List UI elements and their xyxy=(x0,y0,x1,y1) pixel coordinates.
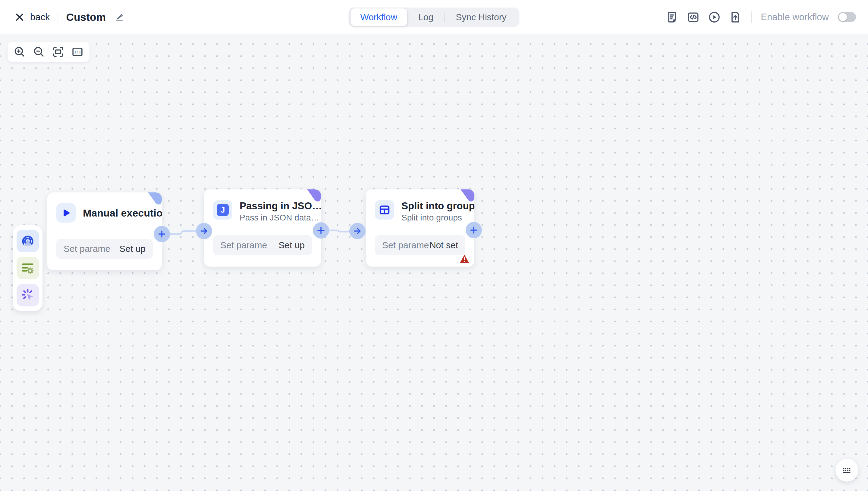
toggle-knob xyxy=(839,13,847,21)
fit-view-icon xyxy=(52,46,64,58)
workflow-canvas[interactable]: 1:1 xyxy=(0,34,868,491)
node-header: Split into groups Split into groups xyxy=(375,200,465,223)
param-label: Set parame xyxy=(64,244,110,254)
code-view-button[interactable] xyxy=(687,10,700,24)
plus-icon xyxy=(469,226,478,235)
log-icon xyxy=(665,10,679,24)
node-manual-execution[interactable]: Manual execution Set parame Set up xyxy=(47,193,162,270)
zoom-in-button[interactable] xyxy=(13,46,26,58)
add-trigger-node-button[interactable] xyxy=(17,230,39,252)
zoom-out-icon xyxy=(33,46,45,58)
node-header: J Passing in JSO… Pass in JSON data… xyxy=(213,200,312,223)
run-icon xyxy=(708,10,721,24)
plus-icon xyxy=(316,226,326,235)
input-port-button[interactable] xyxy=(196,223,212,239)
add-next-node-button[interactable] xyxy=(466,222,482,238)
view-tabs: Workflow Log Sync History xyxy=(348,7,519,27)
workflow-editor: back Custom Workflow Log Sync History xyxy=(0,0,868,491)
trigger-icon xyxy=(21,234,35,248)
top-bar-left: back Custom xyxy=(14,0,124,34)
add-action-node-button[interactable] xyxy=(17,257,39,279)
node-subtitle: Pass in JSON data… xyxy=(240,213,321,223)
log-button[interactable] xyxy=(665,10,679,24)
param-label: Set parame xyxy=(382,240,429,250)
node-text: Split into groups Split into groups xyxy=(401,200,474,223)
one-to-one-button[interactable]: 1:1 xyxy=(71,46,84,58)
add-next-node-button[interactable] xyxy=(154,226,170,242)
divider xyxy=(751,11,752,23)
node-palette xyxy=(13,225,42,311)
node-text: Passing in JSO… Pass in JSON data… xyxy=(240,200,321,223)
node-title: Passing in JSO… xyxy=(240,200,321,212)
enable-workflow-toggle[interactable] xyxy=(838,12,856,22)
node-split-into-groups[interactable]: Split into groups Split into groups Set … xyxy=(366,190,474,267)
code-icon xyxy=(687,10,700,24)
plus-icon xyxy=(157,230,166,238)
run-button[interactable] xyxy=(708,10,721,24)
node-passing-in-json[interactable]: J Passing in JSO… Pass in JSON data… Set… xyxy=(204,190,321,267)
keyboard-icon xyxy=(841,464,853,476)
json-letter: J xyxy=(217,204,229,216)
node-title: Split into groups xyxy=(401,200,474,212)
zoom-in-icon xyxy=(13,46,26,58)
svg-text:1:1: 1:1 xyxy=(74,50,81,54)
node-subtitle: Split into groups xyxy=(401,213,474,223)
interaction-icon xyxy=(21,288,35,302)
node-title: Manual execution xyxy=(83,207,162,219)
canvas-toolbar: 1:1 xyxy=(7,42,90,62)
warning-icon xyxy=(459,254,470,265)
publish-icon xyxy=(729,10,742,24)
fit-view-button[interactable] xyxy=(52,46,64,58)
json-icon: J xyxy=(213,200,232,220)
header-actions xyxy=(665,10,742,24)
input-port-button[interactable] xyxy=(349,223,366,239)
page-title: Custom xyxy=(66,11,105,23)
publish-button[interactable] xyxy=(729,10,742,24)
action-icon xyxy=(21,261,35,276)
top-bar-right: Enable workflow xyxy=(665,0,856,34)
add-next-node-button[interactable] xyxy=(313,222,329,238)
close-icon xyxy=(14,12,25,22)
add-interaction-node-button[interactable] xyxy=(17,284,39,307)
top-bar: back Custom Workflow Log Sync History xyxy=(0,0,868,34)
param-value: Set up xyxy=(119,244,146,254)
param-value: Not set xyxy=(430,240,458,250)
arrow-right-icon xyxy=(353,227,362,235)
tab-sync-history[interactable]: Sync History xyxy=(445,10,517,25)
tab-workflow[interactable]: Workflow xyxy=(350,8,407,26)
param-row[interactable]: Set parame Set up xyxy=(213,235,312,255)
param-value: Set up xyxy=(278,240,305,250)
table-icon xyxy=(375,200,394,220)
param-row[interactable]: Set parame Not set xyxy=(375,235,465,255)
param-row[interactable]: Set parame Set up xyxy=(56,239,153,259)
param-label: Set parame xyxy=(220,240,267,250)
shortcuts-button[interactable] xyxy=(835,459,858,482)
pencil-icon xyxy=(114,12,124,23)
node-header: Manual execution xyxy=(56,203,153,223)
back-label: back xyxy=(30,12,50,23)
arrow-right-icon xyxy=(199,227,209,235)
rename-button[interactable] xyxy=(114,12,124,23)
zoom-out-button[interactable] xyxy=(33,46,45,58)
tab-log[interactable]: Log xyxy=(407,10,444,25)
back-button[interactable]: back xyxy=(14,12,50,23)
divider xyxy=(58,11,58,23)
one-to-one-icon: 1:1 xyxy=(71,46,84,58)
play-icon xyxy=(56,203,76,223)
enable-workflow-label: Enable workflow xyxy=(761,12,829,23)
